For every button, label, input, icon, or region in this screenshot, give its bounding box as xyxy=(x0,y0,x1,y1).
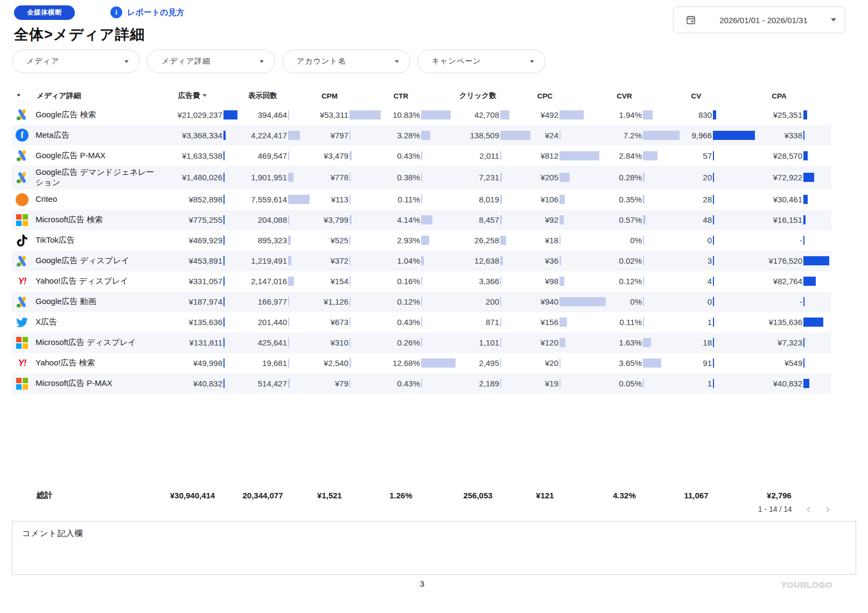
table-row: X広告¥135,636201,440¥6730.43%871¥1560.11%1… xyxy=(12,312,831,333)
value-bar xyxy=(223,379,225,388)
google-ads-icon xyxy=(15,295,29,309)
cell-ctr: 1.04% xyxy=(381,251,456,271)
cell-value: 0.16% xyxy=(381,277,420,286)
cell-cv: 4 xyxy=(680,271,755,292)
value-bar xyxy=(500,358,501,368)
filter-account-name[interactable]: アカウント名 xyxy=(282,50,410,73)
value-bar xyxy=(713,318,714,327)
cell-cpa: ¥25,351 xyxy=(755,104,829,125)
column-header-spend[interactable]: 広告費 xyxy=(162,91,237,101)
comment-box[interactable]: コメント記入欄 xyxy=(12,521,856,575)
cell-value: ¥24 xyxy=(530,131,558,140)
cell-cpm: ¥778 xyxy=(310,166,381,189)
cell-impressions: 2,147,016 xyxy=(237,271,310,292)
cell-value: - xyxy=(755,297,802,306)
value-bar xyxy=(559,318,567,327)
cell-value: ¥135,636 xyxy=(162,318,222,327)
cell-value: 0.57% xyxy=(606,215,642,224)
cell-value: 12,638 xyxy=(456,256,499,265)
cell-ctr: 0.43% xyxy=(381,312,456,333)
filter-media[interactable]: メディア xyxy=(12,50,140,73)
value-bar xyxy=(500,256,503,265)
column-header-media-detail[interactable]: メディア詳細 xyxy=(36,91,162,101)
value-bar xyxy=(288,215,289,224)
value-bar xyxy=(223,256,225,265)
cell-value: ¥36 xyxy=(530,256,558,265)
cell-cpm: ¥797 xyxy=(310,125,381,145)
media-name: Meta広告 xyxy=(36,129,162,142)
report-guide-link[interactable]: レポートの見方 xyxy=(127,8,184,18)
value-bar xyxy=(713,215,714,224)
cell-value: 0.43% xyxy=(381,379,420,388)
cell-cpc: ¥36 xyxy=(530,251,606,271)
cell-value: ¥19 xyxy=(530,379,558,388)
table-header-row: * メディア詳細 広告費表示回数CPMCTRクリック数CPCCVRCVCPA xyxy=(12,87,831,104)
cell-cv: 1 xyxy=(680,312,755,333)
cell-clicks: 871 xyxy=(456,312,530,333)
cell-value: ¥338 xyxy=(755,131,802,140)
x-twitter-icon xyxy=(15,315,29,329)
value-bar xyxy=(288,236,291,245)
cell-value: - xyxy=(755,236,802,245)
cell-value: 469,547 xyxy=(237,151,287,160)
value-bar xyxy=(559,277,564,286)
microsoft-icon xyxy=(15,213,29,227)
column-header-cvr[interactable]: CVR xyxy=(606,92,680,100)
cell-value: ¥549 xyxy=(755,358,802,368)
cell-cpm: ¥113 xyxy=(310,189,381,210)
column-header-cpa[interactable]: CPA xyxy=(755,92,829,100)
value-bar xyxy=(803,215,806,224)
chevron-down-icon xyxy=(831,18,836,22)
cell-cv: 20 xyxy=(680,166,755,189)
column-header-cv[interactable]: CV xyxy=(680,92,755,100)
media-name: Criteo xyxy=(36,193,162,206)
column-header-cpm[interactable]: CPM xyxy=(310,92,381,100)
column-header-ctr[interactable]: CTR xyxy=(381,92,456,100)
cell-value: 1 xyxy=(680,379,712,388)
value-bar xyxy=(500,195,502,204)
value-bar xyxy=(803,110,807,119)
cell-value: 8,019 xyxy=(456,195,499,204)
cell-spend: ¥1,480,026 xyxy=(162,166,237,189)
column-header-clicks[interactable]: クリック数 xyxy=(456,91,530,101)
filter-label: キャンペーン xyxy=(432,57,530,66)
sort-desc-icon xyxy=(202,94,207,97)
value-bar xyxy=(713,379,714,388)
column-header-cpc[interactable]: CPC xyxy=(530,92,606,100)
date-range-picker[interactable]: 2026/01/01 - 2026/01/31 xyxy=(673,6,845,33)
table-row: Y!Yahoo!広告 検索¥49,99819,681¥2,54012.68%2,… xyxy=(12,353,831,374)
column-header-impressions[interactable]: 表示回数 xyxy=(237,91,310,101)
cell-value: 394,464 xyxy=(237,110,287,119)
value-bar xyxy=(559,215,564,224)
prev-page-button[interactable]: ‹ xyxy=(806,504,811,515)
cell-impressions: 895,323 xyxy=(237,230,310,251)
footer-logo: YOURLOGO xyxy=(781,580,832,589)
cell-cvr: 0.02% xyxy=(606,251,680,271)
cell-impressions: 394,464 xyxy=(237,104,310,125)
total-cpc: ¥121 xyxy=(530,491,606,500)
cell-value: 19,681 xyxy=(237,358,287,368)
microsoft-icon xyxy=(15,377,29,391)
cell-value: ¥187,974 xyxy=(162,297,222,306)
cell-ctr: 0.16% xyxy=(381,271,456,292)
cell-impressions: 7,559,614 xyxy=(237,189,310,210)
filter-media-detail[interactable]: メディア詳細 xyxy=(147,50,275,73)
value-bar xyxy=(223,236,225,245)
microsoft-icon xyxy=(15,336,29,350)
cell-cv: 48 xyxy=(680,210,755,230)
filter-campaign[interactable]: キャンペーン xyxy=(417,50,545,73)
calendar-icon xyxy=(685,15,696,25)
cell-cpc: ¥19 xyxy=(530,374,606,394)
value-bar xyxy=(803,151,808,160)
value-bar xyxy=(713,256,714,265)
yahoo-icon: Y! xyxy=(15,356,29,370)
cell-cpa: ¥72,922 xyxy=(755,166,829,189)
cell-value: ¥40,832 xyxy=(755,379,802,388)
value-bar xyxy=(559,151,599,160)
next-page-button[interactable]: › xyxy=(825,504,830,515)
value-bar xyxy=(643,215,646,224)
filter-bar: メディアメディア詳細アカウント名キャンペーン xyxy=(12,50,545,73)
info-icon[interactable]: i xyxy=(110,6,122,18)
cell-value: 2,189 xyxy=(456,379,499,388)
total-cv: 11,067 xyxy=(680,491,755,500)
